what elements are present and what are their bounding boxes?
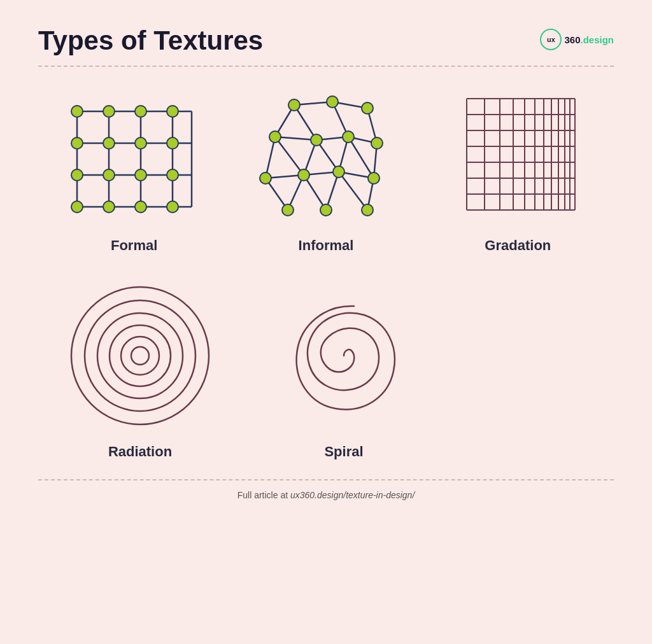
svg-point-52	[362, 102, 373, 114]
page-container: Types of Textures ux 360.design	[0, 0, 652, 644]
svg-point-50	[288, 99, 300, 111]
svg-point-17	[71, 169, 83, 181]
svg-point-85	[121, 337, 159, 375]
texture-grid-bottom: Radiation Spiral	[64, 279, 614, 460]
svg-point-18	[103, 169, 115, 181]
footer-link: ux360.design/texture-in-design/	[290, 490, 415, 500]
informal-svg	[256, 86, 396, 226]
svg-point-84	[131, 347, 149, 365]
svg-point-10	[103, 106, 115, 117]
svg-point-16	[167, 137, 178, 149]
spiral-svg	[267, 279, 420, 432]
svg-point-58	[298, 169, 309, 181]
svg-point-57	[260, 172, 271, 184]
label-spiral: Spiral	[324, 444, 363, 460]
header: Types of Textures ux 360.design	[38, 25, 614, 56]
svg-point-11	[135, 106, 146, 117]
logo-circle: ux	[540, 29, 562, 50]
svg-point-15	[135, 137, 146, 149]
texture-item-radiation: Radiation	[64, 279, 216, 460]
svg-point-55	[343, 131, 354, 143]
svg-point-22	[103, 201, 115, 213]
svg-line-35	[275, 137, 304, 175]
svg-point-61	[282, 204, 294, 216]
svg-point-89	[71, 287, 209, 424]
texture-item-formal: Formal	[64, 86, 204, 254]
svg-point-20	[167, 169, 178, 181]
svg-point-88	[85, 300, 195, 411]
svg-point-56	[371, 137, 383, 149]
svg-point-63	[362, 204, 373, 216]
top-divider	[38, 66, 614, 67]
svg-point-21	[71, 201, 83, 213]
radiation-svg	[64, 279, 216, 432]
svg-point-53	[269, 131, 281, 143]
logo-ux: ux	[547, 36, 555, 43]
texture-item-gradation: Gradation	[448, 86, 588, 254]
footer-divider	[38, 479, 614, 480]
texture-item-spiral: Spiral	[267, 279, 420, 460]
svg-line-48	[339, 172, 367, 210]
svg-point-24	[167, 201, 178, 213]
logo-text: 360.design	[564, 34, 614, 45]
svg-point-9	[71, 106, 83, 117]
svg-line-34	[266, 137, 275, 178]
svg-point-51	[327, 96, 338, 108]
svg-point-60	[368, 172, 379, 184]
texture-item-informal: Informal	[256, 86, 396, 254]
footer-text: Full article at ux360.design/texture-in-…	[38, 490, 614, 500]
texture-grid-top: Formal	[38, 86, 614, 254]
svg-point-19	[135, 169, 146, 181]
label-formal: Formal	[111, 237, 157, 254]
formal-svg	[64, 86, 204, 226]
label-informal: Informal	[299, 237, 354, 254]
page-title: Types of Textures	[38, 25, 263, 56]
svg-point-23	[135, 201, 146, 213]
svg-point-54	[311, 134, 322, 146]
gradation-svg	[448, 86, 588, 226]
svg-point-14	[103, 137, 115, 149]
label-radiation: Radiation	[108, 444, 172, 460]
svg-point-59	[333, 166, 344, 178]
svg-point-86	[110, 325, 171, 386]
svg-line-39	[348, 137, 374, 178]
logo: ux 360.design	[540, 29, 614, 50]
label-gradation: Gradation	[485, 237, 551, 254]
svg-point-62	[320, 204, 332, 216]
svg-point-12	[167, 106, 178, 117]
svg-point-13	[71, 137, 83, 149]
